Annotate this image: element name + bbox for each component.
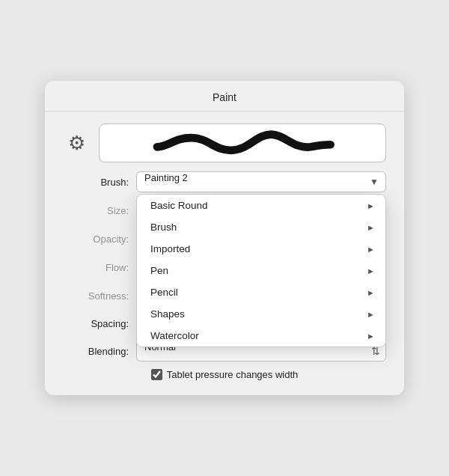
chevron-right-icon: ►	[367, 310, 375, 319]
checkbox-label: Tablet pressure changes width	[167, 369, 299, 380]
tablet-pressure-checkbox[interactable]	[151, 369, 162, 380]
chevron-right-icon: ►	[367, 223, 375, 232]
blending-label: Blending:	[63, 346, 129, 357]
dropdown-item-label: Brush	[150, 222, 177, 233]
brush-select[interactable]: Painting 2	[136, 171, 386, 192]
flow-label: Flow:	[63, 262, 129, 273]
dropdown-item-shapes[interactable]: Shapes ►	[137, 303, 385, 325]
size-label: Size:	[63, 205, 129, 216]
brush-dropdown-container: Painting 2 ▼ Basic Round ► Brush ► Impor…	[136, 171, 386, 192]
chevron-right-icon: ►	[367, 266, 375, 275]
dropdown-item-label: Pen	[150, 265, 168, 276]
dropdown-item-label: Imported	[150, 243, 190, 254]
softness-label: Softness:	[63, 290, 129, 302]
opacity-label: Opacity:	[63, 234, 129, 245]
dropdown-item-label: Shapes	[150, 308, 185, 320]
spacing-label: Spacing:	[63, 318, 129, 329]
chevron-right-icon: ►	[367, 332, 375, 341]
dropdown-item-label: Basic Round	[150, 200, 208, 211]
paint-panel: Paint ⚙ Brush: Painting 2 ▼ Bas	[45, 81, 404, 395]
dropdown-item-label: Pencil	[150, 287, 178, 298]
dropdown-item-pencil[interactable]: Pencil ►	[137, 281, 385, 303]
dropdown-item-watercolor[interactable]: Watercolor ►	[137, 325, 385, 347]
brush-preview-row: ⚙	[63, 123, 386, 162]
chevron-right-icon: ►	[367, 245, 375, 254]
chevron-right-icon: ►	[367, 288, 375, 297]
brush-stroke-svg	[114, 129, 371, 157]
dropdown-item-pen[interactable]: Pen ►	[137, 260, 385, 281]
gear-icon[interactable]: ⚙	[63, 129, 90, 156]
dropdown-item-imported[interactable]: Imported ►	[137, 238, 385, 260]
dropdown-item-brush[interactable]: Brush ►	[137, 216, 385, 238]
brush-dropdown-menu[interactable]: Basic Round ► Brush ► Imported ► Pen ►	[136, 194, 386, 347]
checkbox-row: Tablet pressure changes width	[63, 369, 386, 380]
brush-row: Brush: Painting 2 ▼ Basic Round ► Brush …	[63, 171, 386, 192]
chevron-right-icon: ►	[367, 201, 375, 210]
brush-label: Brush:	[63, 177, 129, 188]
dropdown-item-label: Watercolor	[150, 330, 199, 341]
brush-preview-box	[99, 123, 386, 162]
dropdown-item-basic-round[interactable]: Basic Round ►	[137, 195, 385, 216]
panel-title: Paint	[45, 81, 404, 112]
